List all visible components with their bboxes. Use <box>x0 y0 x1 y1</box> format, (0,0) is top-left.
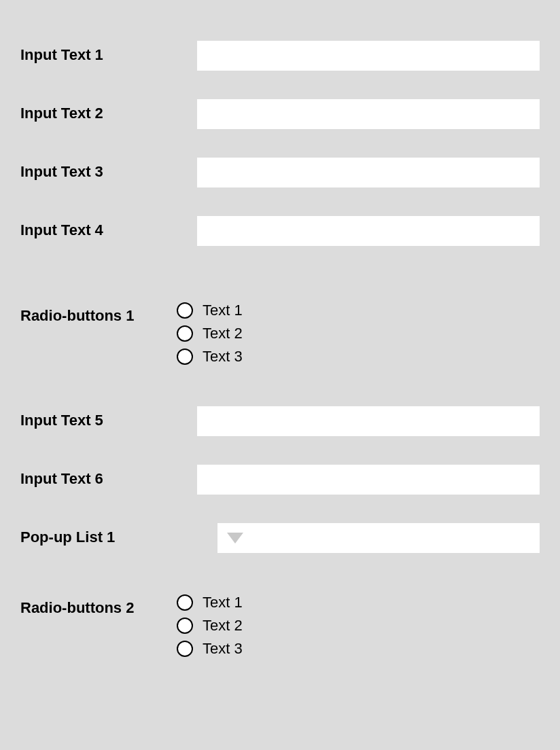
radio-1-option-1-label: Text 1 <box>203 302 243 319</box>
radio-2-option-3-label: Text 3 <box>203 640 243 658</box>
field-input-text-3: Input Text 3 <box>20 158 540 188</box>
field-popup-list-1: Pop-up List 1 <box>20 523 540 553</box>
radio-1-option-2[interactable]: Text 2 <box>177 325 243 342</box>
radio-circle-icon <box>177 302 193 319</box>
label-popup-list-1: Pop-up List 1 <box>20 523 197 546</box>
field-input-text-2: Input Text 2 <box>20 99 540 129</box>
field-input-text-1: Input Text 1 <box>20 41 540 71</box>
label-radio-buttons-2: Radio-buttons 2 <box>20 594 197 617</box>
radio-group-2: Text 1 Text 2 Text 3 <box>177 594 243 658</box>
radio-circle-icon <box>177 618 193 634</box>
field-input-text-5: Input Text 5 <box>20 406 540 436</box>
radio-circle-icon <box>177 325 193 342</box>
chevron-down-icon <box>227 533 243 543</box>
input-text-5[interactable] <box>197 406 540 436</box>
input-text-2[interactable] <box>197 99 540 129</box>
radio-2-option-2[interactable]: Text 2 <box>177 617 243 635</box>
input-text-4[interactable] <box>197 216 540 246</box>
input-text-3[interactable] <box>197 158 540 188</box>
radio-group-1: Text 1 Text 2 Text 3 <box>177 302 243 365</box>
input-text-1[interactable] <box>197 41 540 71</box>
radio-2-option-2-label: Text 2 <box>203 617 243 635</box>
label-input-text-5: Input Text 5 <box>20 406 197 429</box>
input-text-6[interactable] <box>197 465 540 495</box>
radio-2-option-3[interactable]: Text 3 <box>177 640 243 658</box>
radio-circle-icon <box>177 641 193 657</box>
radio-1-option-2-label: Text 2 <box>203 325 243 342</box>
radio-2-option-1-label: Text 1 <box>203 594 243 611</box>
field-radio-buttons-1: Radio-buttons 1 Text 1 Text 2 Text 3 <box>20 302 540 365</box>
label-input-text-3: Input Text 3 <box>20 158 197 181</box>
field-input-text-6: Input Text 6 <box>20 465 540 495</box>
label-input-text-2: Input Text 2 <box>20 99 197 122</box>
radio-circle-icon <box>177 349 193 365</box>
label-radio-buttons-1: Radio-buttons 1 <box>20 302 197 325</box>
radio-1-option-3[interactable]: Text 3 <box>177 348 243 365</box>
field-radio-buttons-2: Radio-buttons 2 Text 1 Text 2 Text 3 <box>20 594 540 658</box>
popup-list-1[interactable] <box>217 523 540 553</box>
radio-circle-icon <box>177 594 193 611</box>
radio-1-option-1[interactable]: Text 1 <box>177 302 243 319</box>
label-input-text-4: Input Text 4 <box>20 216 197 239</box>
radio-2-option-1[interactable]: Text 1 <box>177 594 243 611</box>
radio-1-option-3-label: Text 3 <box>203 348 243 365</box>
label-input-text-1: Input Text 1 <box>20 41 197 64</box>
label-input-text-6: Input Text 6 <box>20 465 197 488</box>
field-input-text-4: Input Text 4 <box>20 216 540 246</box>
